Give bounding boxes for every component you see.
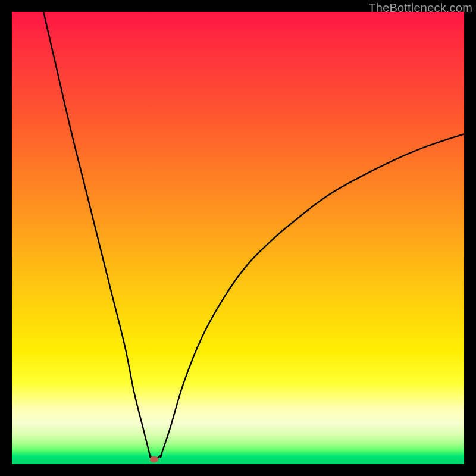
bottleneck-curve bbox=[12, 12, 464, 464]
curve-path bbox=[43, 12, 464, 459]
minimum-marker bbox=[150, 456, 158, 462]
plot-area bbox=[12, 12, 464, 464]
chart-stage: TheBottleneck.com bbox=[0, 0, 476, 476]
